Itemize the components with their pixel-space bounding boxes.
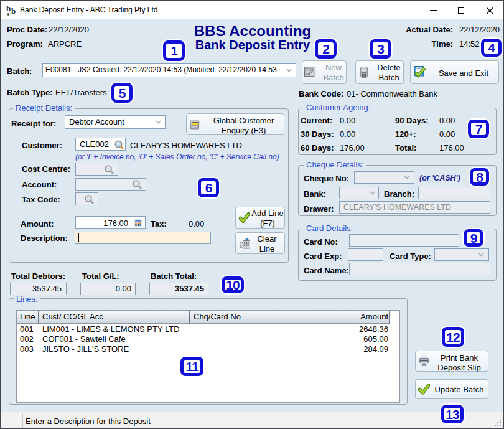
svg-text:s: s	[7, 11, 9, 16]
svg-text:b: b	[11, 6, 16, 16]
